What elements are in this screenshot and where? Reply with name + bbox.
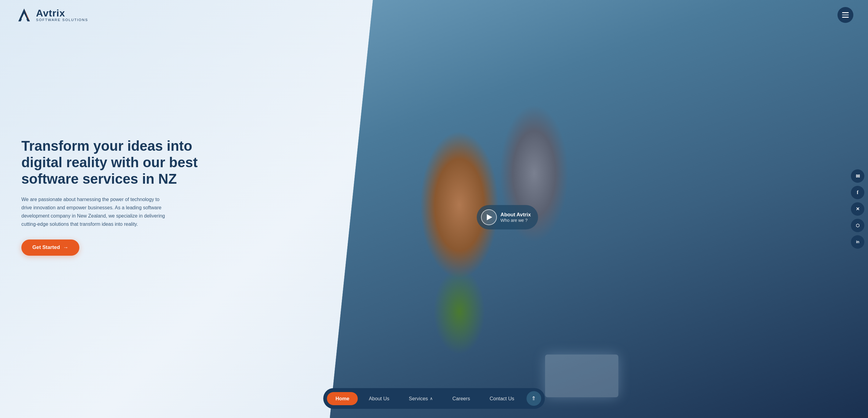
- facebook-icon[interactable]: f: [851, 186, 864, 199]
- email-icon[interactable]: ✉: [851, 169, 864, 183]
- linkedin-icon[interactable]: in: [851, 235, 864, 249]
- video-title: About Avtrix: [500, 212, 531, 218]
- page-header: Avtrix Software Solutions: [0, 0, 868, 30]
- twitter-icon[interactable]: ✕: [851, 202, 864, 216]
- scroll-to-top-button[interactable]: ⇑: [526, 391, 541, 406]
- hero-image: [330, 0, 868, 418]
- menu-line-3: [842, 17, 849, 18]
- social-sidebar: ✉ f ✕ ⬡ in: [851, 169, 868, 249]
- hero-section: About Avtrix Who are we ? Avtrix Softwar…: [0, 0, 868, 418]
- nav-contact-label: Contact Us: [490, 396, 514, 401]
- instagram-icon[interactable]: ⬡: [851, 219, 864, 232]
- logo-text: Avtrix Software Solutions: [36, 8, 88, 22]
- menu-line-1: [842, 12, 849, 13]
- hero-description: We are passionate about harnessing the p…: [21, 195, 168, 228]
- video-bubble[interactable]: About Avtrix Who are we ?: [477, 205, 538, 229]
- up-arrow-icon: ⇑: [531, 395, 536, 402]
- get-started-label: Get Started: [32, 245, 60, 251]
- nav-services-label: Services: [409, 396, 428, 401]
- nav-item-home[interactable]: Home: [327, 392, 358, 405]
- nav-item-about[interactable]: About Us: [360, 392, 398, 405]
- video-subtitle: Who are we ?: [500, 218, 531, 223]
- play-button[interactable]: [481, 209, 497, 225]
- hero-content: Transform your ideas into digital realit…: [0, 0, 391, 418]
- menu-line-2: [842, 14, 849, 15]
- logo[interactable]: Avtrix Software Solutions: [14, 5, 88, 24]
- nav-item-careers[interactable]: Careers: [444, 392, 478, 405]
- nav-home-label: Home: [335, 396, 349, 401]
- hamburger-menu-button[interactable]: [837, 7, 854, 23]
- nav-item-services[interactable]: Services ∧: [400, 392, 442, 405]
- cta-arrow: →: [63, 245, 68, 251]
- get-started-button[interactable]: Get Started →: [21, 239, 79, 256]
- nav-item-contact[interactable]: Contact Us: [481, 392, 523, 405]
- video-info: About Avtrix Who are we ?: [500, 212, 531, 223]
- bottom-navbar: Home About Us Services ∧ Careers Contact…: [323, 388, 545, 409]
- brand-name: Avtrix: [36, 8, 88, 18]
- services-chevron-icon: ∧: [430, 396, 433, 401]
- brand-tagline: Software Solutions: [36, 18, 88, 22]
- logo-icon: [14, 5, 34, 24]
- nav-about-label: About Us: [369, 396, 389, 401]
- hero-headline: Transform your ideas into digital realit…: [21, 138, 198, 187]
- nav-careers-label: Careers: [452, 396, 470, 401]
